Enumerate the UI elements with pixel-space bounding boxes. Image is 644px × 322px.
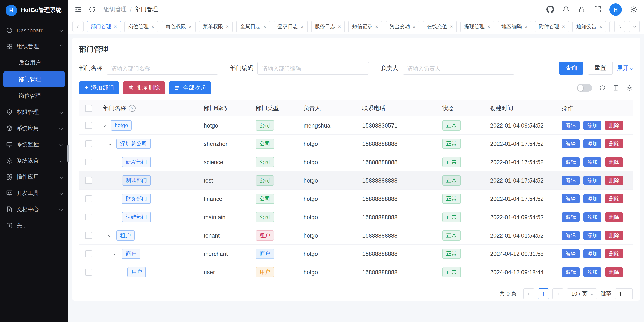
- tab-item[interactable]: 登录日志×: [274, 21, 308, 32]
- close-icon[interactable]: ×: [599, 24, 602, 29]
- sidebar-item-dashboard[interactable]: Dashboard: [0, 22, 68, 38]
- leader-input[interactable]: [402, 62, 514, 75]
- table-row[interactable]: 租户 tenant 租户 hotgo 15888888888 正常 2022-0…: [79, 226, 633, 245]
- table-row[interactable]: 研发部门 science 公司 hotgo 15888888888 正常 202…: [79, 153, 633, 171]
- sidebar-item-system-monitor[interactable]: 系统监控: [0, 136, 68, 153]
- close-icon[interactable]: ×: [226, 24, 229, 29]
- expand-toggle[interactable]: 展开: [617, 64, 633, 72]
- department-name-tag[interactable]: 租户: [116, 230, 135, 240]
- edit-button[interactable]: 编辑: [562, 157, 580, 167]
- tab-item[interactable]: 短信记录×: [348, 21, 382, 32]
- tab-item[interactable]: 在线充值×: [423, 21, 457, 32]
- row-checkbox[interactable]: [85, 214, 92, 220]
- bell-icon[interactable]: [562, 6, 570, 13]
- table-row[interactable]: 财务部门 finance 公司 hotgo 15888888888 正常 202…: [79, 190, 633, 208]
- scrollbar-thumb[interactable]: [67, 145, 69, 162]
- column-settings-gear-icon[interactable]: [626, 85, 633, 91]
- prev-page-button[interactable]: [524, 288, 534, 299]
- sidebar-item-about[interactable]: 关于: [0, 217, 68, 234]
- menu-collapse-icon[interactable]: [74, 6, 82, 13]
- avatar[interactable]: H: [610, 3, 622, 16]
- edit-button[interactable]: 编辑: [562, 139, 580, 148]
- tab-item[interactable]: 部门管理×: [87, 21, 121, 32]
- row-checkbox[interactable]: [85, 250, 92, 257]
- department-name-tag[interactable]: 深圳总公司: [116, 139, 151, 149]
- tabs-menu-button[interactable]: [629, 21, 640, 32]
- row-checkbox[interactable]: [85, 195, 92, 202]
- tree-collapse-icon[interactable]: [103, 124, 111, 126]
- edit-button[interactable]: 编辑: [562, 267, 580, 277]
- toggle-switch[interactable]: [577, 84, 592, 92]
- department-name-tag[interactable]: 测试部门: [122, 175, 151, 186]
- delete-button[interactable]: 删除: [605, 249, 623, 258]
- row-checkbox[interactable]: [85, 177, 92, 184]
- department-name-tag[interactable]: 研发部门: [122, 157, 151, 167]
- edit-button[interactable]: 编辑: [562, 121, 580, 130]
- delete-button[interactable]: 删除: [605, 139, 623, 148]
- sidebar-subitem-department-management[interactable]: 部门管理: [4, 71, 65, 87]
- github-icon[interactable]: [546, 6, 554, 13]
- add-button[interactable]: 添加: [584, 194, 602, 203]
- row-checkbox[interactable]: [85, 159, 92, 165]
- close-icon[interactable]: ×: [300, 24, 304, 29]
- page-size-select[interactable]: 10 / 页: [567, 288, 597, 299]
- sidebar-item-system-apps[interactable]: 系统应用: [0, 120, 68, 136]
- row-checkbox[interactable]: [85, 122, 92, 129]
- tab-item[interactable]: 菜单权限×: [199, 21, 233, 32]
- close-icon[interactable]: ×: [524, 24, 528, 29]
- delete-button[interactable]: 删除: [605, 194, 623, 203]
- next-page-button[interactable]: [552, 288, 564, 299]
- current-page-button[interactable]: 1: [538, 288, 549, 299]
- close-icon[interactable]: ×: [114, 24, 117, 29]
- dept-name-input[interactable]: [106, 62, 218, 75]
- edit-button[interactable]: 编辑: [562, 176, 580, 185]
- tree-collapse-icon[interactable]: [109, 143, 116, 145]
- delete-button[interactable]: 删除: [605, 157, 623, 167]
- batch-delete-button[interactable]: 批量删除: [124, 82, 165, 94]
- close-icon[interactable]: ×: [487, 24, 490, 29]
- jump-page-input[interactable]: [615, 288, 633, 299]
- close-icon[interactable]: ×: [263, 24, 266, 29]
- row-checkbox[interactable]: [85, 140, 92, 147]
- settings-gear-icon[interactable]: [630, 6, 638, 13]
- breadcrumb-parent[interactable]: 组织管理: [104, 6, 126, 13]
- add-button[interactable]: 添加: [584, 249, 602, 258]
- sidebar-subitem-backend-users[interactable]: 后台用户: [0, 55, 68, 71]
- select-all-checkbox[interactable]: [85, 105, 92, 112]
- table-row[interactable]: 商户 merchant 商户 hotgo 15888888888 正常 2024…: [79, 245, 633, 263]
- close-icon[interactable]: ×: [151, 24, 154, 29]
- sidebar-item-dev-tools[interactable]: 开发工具: [0, 185, 68, 201]
- tab-item[interactable]: 岗位管理×: [124, 21, 158, 32]
- sidebar-item-system-settings[interactable]: 系统设置: [0, 153, 68, 169]
- sidebar-item-doc-center[interactable]: 文档中心: [0, 201, 68, 217]
- lock-icon[interactable]: [578, 6, 586, 13]
- sidebar-subitem-position-management[interactable]: 岗位管理: [0, 88, 68, 104]
- tab-item[interactable]: 提现管理×: [460, 21, 494, 32]
- row-checkbox[interactable]: [85, 269, 92, 275]
- delete-button[interactable]: 删除: [605, 212, 623, 222]
- table-row[interactable]: 测试部门 test 公司 hotgo 15888888888 正常 2022-0…: [79, 171, 633, 190]
- department-name-tag[interactable]: 用户: [128, 267, 146, 277]
- add-button[interactable]: 添加: [584, 157, 602, 167]
- close-icon[interactable]: ×: [412, 24, 416, 29]
- sidebar-item-permission-management[interactable]: 权限管理: [0, 104, 68, 120]
- edit-button[interactable]: 编辑: [562, 212, 580, 222]
- row-density-icon[interactable]: [612, 85, 619, 91]
- sidebar-item-org-management[interactable]: 组织管理: [0, 38, 68, 55]
- tabs-scroll-right-button[interactable]: [614, 21, 625, 32]
- close-icon[interactable]: ×: [188, 24, 192, 29]
- tab-item[interactable]: 资金变动×: [386, 21, 420, 32]
- table-row[interactable]: 深圳总公司 shenzhen 公司 hotgo 15888888888 正常 2…: [79, 135, 633, 153]
- tab-item[interactable]: 角色权限×: [162, 21, 196, 32]
- tab-item[interactable]: 服务日志×: [311, 21, 345, 32]
- close-icon[interactable]: ×: [562, 24, 565, 29]
- fullscreen-icon[interactable]: [594, 6, 602, 13]
- add-department-button[interactable]: + 添加部门: [79, 82, 119, 94]
- close-icon[interactable]: ×: [375, 24, 378, 29]
- dept-code-input[interactable]: [258, 62, 369, 75]
- reset-button[interactable]: 重置: [588, 62, 613, 75]
- close-icon[interactable]: ×: [450, 24, 453, 29]
- department-name-tag[interactable]: 运维部门: [122, 212, 151, 222]
- delete-button[interactable]: 删除: [605, 121, 623, 130]
- add-button[interactable]: 添加: [584, 121, 602, 130]
